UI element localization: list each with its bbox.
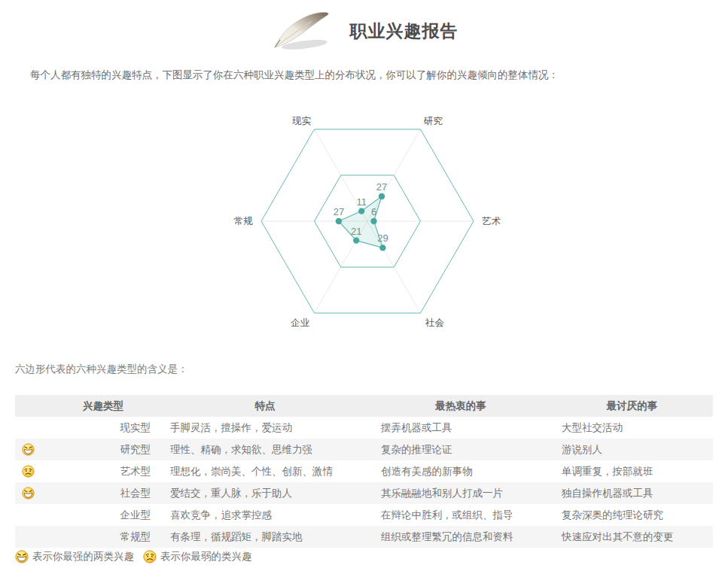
legend-strong-text: 表示你最强的两类兴趣: [32, 550, 134, 563]
grin-emoji-icon: [15, 550, 29, 563]
row-emoji: [22, 465, 35, 476]
radar-axis-label: 研究: [423, 116, 443, 126]
hates-cell: 复杂深奥的纯理论研究: [551, 504, 713, 526]
radar-axis-label: 企业: [291, 317, 310, 328]
interest-types-table: 兴趣类型 特点 最热衷的事 最讨厌的事 现实型 手脚灵活，擅操作，爱运动 摆弄机…: [15, 395, 713, 548]
radar-axis-label: 艺术: [482, 216, 501, 226]
intro-text: 每个人都有独特的兴趣特点，下图显示了你在六种职业兴趣类型上的分布状况，你可以了解…: [30, 68, 705, 83]
table-caption: 六边形代表的六种兴趣类型的含义是：: [15, 363, 188, 376]
table-row: 常规型 有条理，循规蹈矩，脚踏实地 组织或整理繁冗的信息和资料 快速应对出其不意…: [15, 526, 713, 548]
trait-cell: 理性、精确，求知欲、思维力强: [160, 439, 370, 460]
header-traits: 特点: [160, 395, 370, 417]
header-emoji-column: [15, 395, 47, 417]
radar-point: [336, 218, 342, 224]
radar-value-label: 29: [377, 232, 388, 244]
hates-cell: 独自操作机器或工具: [551, 482, 713, 504]
radar-point: [370, 218, 376, 224]
radar-value-label: 21: [351, 226, 361, 237]
grin-emoji-icon: [22, 487, 35, 500]
table-header-row: 兴趣类型 特点 最热衷的事 最讨厌的事: [15, 395, 713, 417]
row-emoji: [22, 443, 35, 454]
sad-emoji-icon: [143, 550, 157, 563]
radar-point: [358, 208, 364, 214]
table-row: 艺术型 理想化，崇尚美、个性、创新、激情 创造有美感的新事物 单调重复，按部就班: [15, 460, 713, 482]
interest-type-cell: 现实型: [47, 417, 160, 439]
radar-axis-label: 社会: [425, 317, 444, 328]
trait-cell: 理想化，崇尚美、个性、创新、激情: [160, 460, 370, 482]
interest-type-cell: 常规型: [47, 526, 160, 548]
radar-value-label: 11: [356, 196, 367, 208]
legend-weak-text: 表示你最弱的类兴趣: [160, 550, 252, 563]
hates-cell: 快速应对出其不意的变更: [551, 526, 713, 548]
radar-value-label: 6: [371, 206, 376, 217]
emoji-legend: 表示你最强的两类兴趣 表示你最弱的类兴趣: [15, 550, 252, 563]
trait-cell: 手脚灵活，擅操作，爱运动: [160, 417, 370, 439]
loves-cell: 复杂的推理论证: [370, 439, 551, 460]
header-hates: 最讨厌的事: [551, 395, 713, 417]
interest-type-cell: 研究型: [47, 439, 160, 460]
loves-cell: 创造有美感的新事物: [370, 460, 551, 482]
radar-point: [379, 244, 385, 251]
sad-emoji-icon: [22, 465, 35, 478]
hates-cell: 大型社交活动: [551, 417, 713, 439]
header-loves: 最热衷的事: [370, 395, 551, 417]
report-header: 职业兴趣报告: [0, 8, 728, 54]
page-title: 职业兴趣报告: [350, 20, 458, 43]
interest-type-cell: 企业型: [47, 504, 160, 526]
hates-cell: 游说别人: [551, 439, 713, 460]
loves-cell: 摆弄机器或工具: [370, 417, 551, 439]
radar-value-label: 27: [376, 181, 387, 193]
radar-axis-label: 现实: [292, 116, 312, 126]
table-row: 研究型 理性、精确，求知欲、思维力强 复杂的推理论证 游说别人: [15, 439, 713, 460]
radar-point: [353, 237, 359, 243]
table-row: 社会型 爱结交，重人脉，乐于助人 其乐融融地和别人打成一片 独自操作机器或工具: [15, 482, 713, 504]
interest-type-cell: 艺术型: [47, 460, 160, 482]
radar-value-label: 27: [334, 206, 344, 217]
radar-point: [379, 193, 385, 199]
interest-radar-chart: 11现实27研究6艺术29社会21企业27常规: [0, 102, 728, 346]
career-interest-report-page: 职业兴趣报告 每个人都有独特的兴趣特点，下图显示了你在六种职业兴趣类型上的分布状…: [0, 0, 728, 571]
header-interest-type: 兴趣类型: [47, 395, 160, 417]
trait-cell: 喜欢竞争，追求掌控感: [160, 504, 370, 526]
loves-cell: 其乐融融地和别人打成一片: [370, 482, 551, 504]
table-row: 企业型 喜欢竞争，追求掌控感 在辩论中胜利，或组织、指导 复杂深奥的纯理论研究: [15, 504, 713, 526]
feather-quill-icon: [270, 8, 334, 54]
table-row: 现实型 手脚灵活，擅操作，爱运动 摆弄机器或工具 大型社交活动: [15, 417, 713, 439]
radar-axis-label: 常规: [234, 216, 254, 226]
trait-cell: 有条理，循规蹈矩，脚踏实地: [160, 526, 370, 548]
trait-cell: 爱结交，重人脉，乐于助人: [160, 482, 370, 504]
hates-cell: 单调重复，按部就班: [551, 460, 713, 482]
row-emoji: [22, 487, 35, 498]
interest-type-cell: 社会型: [47, 482, 160, 504]
grin-emoji-icon: [22, 443, 35, 456]
loves-cell: 在辩论中胜利，或组织、指导: [370, 504, 551, 526]
loves-cell: 组织或整理繁冗的信息和资料: [370, 526, 551, 548]
